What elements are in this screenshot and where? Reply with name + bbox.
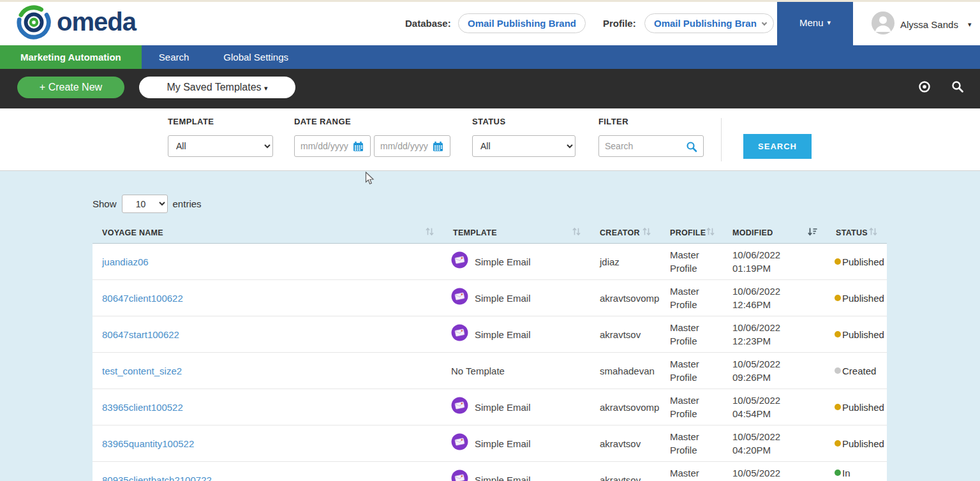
brand-name: omeda <box>57 9 136 38</box>
profile-cell: Master Profile <box>660 285 723 311</box>
search-button[interactable]: SEARCH <box>743 134 812 159</box>
email-template-icon <box>451 324 468 344</box>
nav-item-global-settings[interactable]: Global Settings <box>206 45 306 69</box>
template-cell: Simple Email <box>443 470 590 481</box>
page-size-select[interactable]: 10 <box>122 195 168 213</box>
profile-value: Omail Publishing Bran <box>654 18 757 29</box>
content-area: Show 10 entries VOYAGE NAMETEMPLATECREAT… <box>0 171 980 481</box>
omeda-logo[interactable]: omeda <box>16 4 136 43</box>
sort-icon[interactable] <box>425 227 434 238</box>
modified-cell: 10/05/2022 04:54PM <box>723 394 826 420</box>
status-cell: Published <box>826 328 887 341</box>
status-cell: In Progress <box>826 466 887 481</box>
status-filter-select[interactable]: All <box>472 135 575 157</box>
voyage-name-cell: juandiaz06 <box>93 255 443 269</box>
sort-icon[interactable] <box>572 227 581 238</box>
saved-templates-label: My Saved Templates <box>167 82 261 93</box>
voyage-link[interactable]: 80647start100622 <box>102 329 179 340</box>
search-icon[interactable] <box>686 141 697 155</box>
voyage-link[interactable]: juandiaz06 <box>102 256 149 267</box>
menu-label: Menu <box>799 17 824 28</box>
nav-label: Marketing Automation <box>20 52 121 63</box>
template-cell: Simple Email <box>443 288 590 308</box>
top-strip <box>0 0 980 2</box>
voyage-link[interactable]: 83965client100522 <box>102 402 183 413</box>
modified-cell: 10/06/2022 01:19PM <box>723 248 826 275</box>
voyage-link[interactable]: 83965quantity100522 <box>102 438 194 449</box>
status-dot-icon <box>835 404 841 410</box>
column-header-template[interactable]: TEMPLATE <box>443 222 590 243</box>
column-header-voyage-name[interactable]: VOYAGE NAME <box>93 222 443 243</box>
column-label: PROFILE <box>670 228 706 237</box>
creator-cell: akravtsovomp <box>590 292 660 305</box>
table-row: 80647client100622Simple Emailakravtsovom… <box>93 280 887 316</box>
app-screen: omeda Database: Omail Publishing Brand P… <box>0 0 980 481</box>
template-name: Simple Email <box>475 328 531 341</box>
template-filter-select[interactable]: All <box>168 135 273 157</box>
table-row: 83965client100522Simple Emailakravtsovom… <box>93 389 887 426</box>
status-filter-label: STATUS <box>472 117 505 126</box>
database-pill[interactable]: Omail Publishing Brand <box>458 13 586 33</box>
profile-select[interactable]: Omail Publishing Bran <box>644 13 774 33</box>
voyage-link[interactable]: 80935clientbatch2100722 <box>102 475 212 481</box>
table-row: 80935clientbatch2100722Simple Emailakrav… <box>93 462 887 481</box>
sort-icon[interactable] <box>706 227 715 238</box>
voyage-link[interactable]: 80647client100622 <box>102 293 183 304</box>
search-icon[interactable] <box>951 80 965 96</box>
column-label: CREATOR <box>600 228 640 237</box>
template-filter-label: TEMPLATE <box>168 117 214 126</box>
column-header-status[interactable]: STATUS <box>826 222 887 243</box>
profile-cell: Master Profile <box>660 430 723 457</box>
creator-cell: akravtsovomp <box>590 401 660 414</box>
email-template-icon <box>451 288 468 308</box>
sort-icon[interactable] <box>868 227 878 238</box>
modified-cell: 10/05/2022 04:20PM <box>723 430 826 457</box>
avatar <box>872 11 895 37</box>
status-dot-icon <box>835 470 841 476</box>
menu-button[interactable]: Menu ▾ <box>777 0 853 45</box>
modified-cell: 10/06/2022 12:46PM <box>723 285 826 311</box>
template-cell: No Template <box>443 364 590 378</box>
column-label: STATUS <box>836 228 868 237</box>
column-header-modified[interactable]: MODIFIED <box>723 222 826 243</box>
nav-item-marketing-automation[interactable]: Marketing Automation <box>0 45 142 69</box>
profile-label: Profile: <box>603 18 636 29</box>
status-badge: Published <box>842 328 884 341</box>
create-new-button[interactable]: + Create New <box>17 77 124 98</box>
sort-icon[interactable] <box>642 227 651 238</box>
voyage-name-cell: 80935clientbatch2100722 <box>93 473 443 481</box>
filter-label: FILTER <box>598 117 628 126</box>
date-start-input[interactable] <box>294 135 371 157</box>
table-header-row: VOYAGE NAMETEMPLATECREATORPROFILEMODIFIE… <box>93 222 887 244</box>
column-header-creator[interactable]: CREATOR <box>590 222 660 243</box>
creator-cell: akravtsov <box>590 437 660 450</box>
profile-cell: Master Profile <box>660 394 723 420</box>
nav-item-search[interactable]: Search <box>142 45 207 69</box>
table-row: 80647start100622Simple EmailakravtsovMas… <box>93 316 887 353</box>
show-label: Show <box>93 198 117 209</box>
column-header-profile[interactable]: PROFILE <box>660 222 723 243</box>
mouse-cursor <box>365 172 375 188</box>
table-row: juandiaz06Simple EmailjdiazMaster Profil… <box>93 244 887 280</box>
date-end-input[interactable] <box>374 135 450 157</box>
caret-down-icon: ▾ <box>828 18 831 27</box>
status-cell: Created <box>826 364 887 378</box>
caret-down-icon: ▾ <box>264 84 268 92</box>
status-badge: In Progress <box>842 466 880 481</box>
target-icon[interactable] <box>917 80 932 96</box>
status-cell: Published <box>826 292 887 305</box>
status-dot-icon <box>835 295 841 301</box>
date-range-label: DATE RANGE <box>294 117 351 126</box>
saved-templates-dropdown[interactable]: My Saved Templates ▾ <box>139 77 295 98</box>
template-cell: Simple Email <box>443 433 590 454</box>
user-menu[interactable]: Alyssa Sands ▾ <box>872 11 971 37</box>
profile-cell: Master Profile <box>660 357 723 384</box>
filter-bar: TEMPLATE All DATE RANGE <box>0 108 980 171</box>
omeda-logo-icon <box>16 4 52 43</box>
profile-cell: Master Profile <box>660 466 723 481</box>
creator-cell: jdiaz <box>590 255 660 269</box>
status-dot-icon <box>835 440 841 447</box>
voyage-link[interactable]: test_content_size2 <box>102 366 182 376</box>
sort-icon[interactable] <box>807 227 817 238</box>
email-template-icon <box>451 433 468 454</box>
